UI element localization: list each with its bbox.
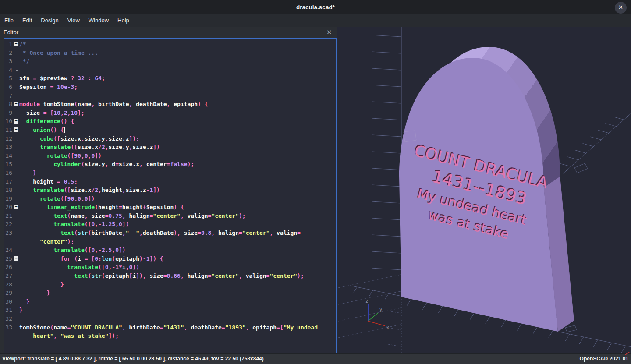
fold-margin	[12, 237, 19, 246]
code-line[interactable]: 10− difference() {	[4, 117, 336, 126]
line-number: 8	[4, 100, 12, 109]
code-line[interactable]: 16 }	[4, 169, 336, 177]
code-line[interactable]: 33tombStone(name="COUNT DRACULA", birthD…	[4, 323, 336, 332]
fold-margin	[12, 109, 19, 117]
menu-item-window[interactable]: Window	[84, 14, 113, 27]
fold-margin	[12, 83, 19, 92]
fold-margin	[12, 272, 19, 280]
fold-margin	[12, 332, 19, 340]
line-number: 6	[4, 83, 12, 92]
line-number: 13	[4, 143, 12, 152]
line-number	[4, 332, 12, 340]
line-number: 19	[4, 194, 12, 203]
code-line[interactable]: 25− for (i = [0:len(epitaph)-1]) {	[4, 254, 336, 263]
code-line[interactable]: 8−module tombStone(name, birthDate, deat…	[4, 100, 336, 109]
code-line[interactable]: 23 text(str(birthDate,"--",deathDate), s…	[4, 229, 336, 237]
code-line[interactable]: 7	[4, 92, 336, 100]
fold-margin	[12, 57, 19, 66]
fold-margin	[12, 289, 19, 297]
code-line[interactable]: 30 }	[4, 297, 336, 306]
code-line[interactable]: 5$fn = $preview ? 32 : 64;	[4, 74, 336, 83]
viewport-canvas: COUNT DRACULA 1431--1893 My undead heart…	[337, 27, 631, 353]
code-line[interactable]: 32	[4, 315, 336, 323]
line-number: 7	[4, 92, 12, 100]
code-line[interactable]: 14 rotate([90,0,0])	[4, 152, 336, 160]
close-icon: ✕	[618, 4, 623, 11]
menu-item-help[interactable]: Help	[113, 14, 134, 27]
code-line[interactable]: 6$epsilon = 10e-3;	[4, 83, 336, 92]
code-line[interactable]: 11− union() {	[4, 126, 336, 134]
line-number: 30	[4, 297, 12, 306]
code-line[interactable]: heart", "was at stake"]);	[4, 332, 336, 340]
code-line[interactable]: 28 }	[4, 280, 336, 289]
line-number: 9	[4, 109, 12, 117]
status-viewport-info: Viewport: translate = [ 4.89 0.88 7.32 ]…	[2, 354, 264, 364]
line-number	[4, 237, 12, 246]
fold-marker[interactable]: −	[12, 40, 19, 49]
fold-margin	[12, 315, 19, 323]
x-axis-label: x	[386, 325, 389, 330]
line-number: 17	[4, 177, 12, 186]
fold-margin	[12, 280, 19, 289]
viewport-3d[interactable]: COUNT DRACULA 1431--1893 My undead heart…	[337, 27, 631, 353]
fold-marker[interactable]: −	[12, 126, 19, 134]
fold-margin	[12, 323, 19, 332]
line-number: 29	[4, 289, 12, 297]
fold-margin	[12, 297, 19, 306]
code-line[interactable]: 12 cube([size.x,size.y,size.z]);	[4, 134, 336, 143]
line-number: 3	[4, 57, 12, 66]
fold-margin	[12, 246, 19, 254]
line-number: 21	[4, 212, 12, 220]
line-number: 11	[4, 126, 12, 134]
line-number: 12	[4, 134, 12, 143]
code-line[interactable]: 18 translate([size.x/2,height,size.z-1])	[4, 186, 336, 194]
line-number: 14	[4, 152, 12, 160]
fold-marker[interactable]: −	[12, 203, 19, 212]
fold-margin	[12, 66, 19, 74]
code-line[interactable]: 15 cylinder(size.y, d=size.x, center=fal…	[4, 160, 336, 169]
code-line[interactable]: 27 text(str(epitaph[i]), size=0.66, hali…	[4, 272, 336, 280]
code-line[interactable]: 3 */	[4, 57, 336, 66]
code-line[interactable]: 31}	[4, 306, 336, 315]
fold-margin	[12, 220, 19, 229]
fold-margin	[12, 49, 19, 57]
code-line[interactable]: 13 translate([size.x/2,size.y,size.z])	[4, 143, 336, 152]
fold-margin	[12, 263, 19, 272]
fold-margin	[12, 212, 19, 220]
menu-item-file[interactable]: File	[0, 14, 18, 27]
fold-marker[interactable]: −	[12, 117, 19, 126]
line-number: 5	[4, 74, 12, 83]
window-close-button[interactable]: ✕	[615, 2, 627, 14]
code-line[interactable]: 1−/*	[4, 40, 336, 49]
menu-item-view[interactable]: View	[63, 14, 84, 27]
code-editor[interactable]: 1−/*2 * Once upon a time ...3 */45$fn = …	[4, 38, 337, 353]
code-line[interactable]: 19 rotate([90,0,0])	[4, 194, 336, 203]
code-line[interactable]: 20− linear_extrude(height=height+$epsilo…	[4, 203, 336, 212]
fold-marker[interactable]: −	[12, 254, 19, 263]
code-line[interactable]: 24 translate([0,-2.5,0])	[4, 246, 336, 254]
code-line[interactable]: 26 translate([0,-1*i,0])	[4, 263, 336, 272]
line-number: 25	[4, 254, 12, 263]
status-version-label: OpenSCAD 2021.01	[580, 354, 628, 364]
fold-margin	[12, 152, 19, 160]
menu-item-edit[interactable]: Edit	[18, 14, 36, 27]
code-line[interactable]: 17 height = 0.5;	[4, 177, 336, 186]
menu-bar: FileEditDesignViewWindowHelp	[0, 14, 631, 27]
line-number: 32	[4, 315, 12, 323]
fold-marker[interactable]: −	[12, 100, 19, 109]
code-line[interactable]: 4	[4, 66, 336, 74]
code-line[interactable]: 29 }	[4, 289, 336, 297]
code-line[interactable]: 21 text(name, size=0.75, halign="center"…	[4, 212, 336, 220]
line-number: 23	[4, 229, 12, 237]
line-number: 4	[4, 66, 12, 74]
code-line[interactable]: 9 size = [10,2,10];	[4, 109, 336, 117]
editor-panel-close-icon[interactable]: ✕	[326, 27, 332, 38]
z-axis-label: z	[365, 299, 368, 304]
line-number: 1	[4, 40, 12, 49]
code-line[interactable]: 2 * Once upon a time ...	[4, 49, 336, 57]
code-line[interactable]: 22 translate([0,-1.25,0])	[4, 220, 336, 229]
code-line[interactable]: "center");	[4, 237, 336, 246]
fold-margin	[12, 186, 19, 194]
fold-margin	[12, 177, 19, 186]
menu-item-design[interactable]: Design	[36, 14, 63, 27]
